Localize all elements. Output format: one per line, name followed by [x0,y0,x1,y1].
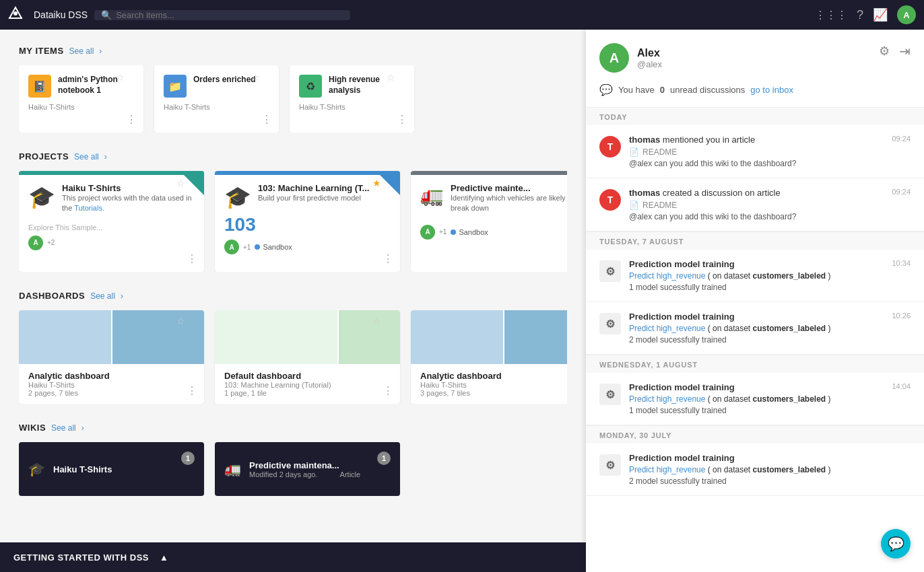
panel-user: A Alex @alex [599,43,662,73]
project-card-body-3: 🚛 Predictive mainte... Identifying which… [411,175,567,248]
dashboards-see-all[interactable]: See all [90,291,115,301]
panel-pred-result-2: 2 model sucessfully trained [629,335,911,345]
wikis-see-all[interactable]: See all [51,423,76,433]
my-items-header: MY ITEMS See all › [19,46,567,56]
project-avatar-a-2: A [224,240,239,254]
wiki-icon-1: 🎓 [28,461,45,477]
panel-pred-link-row-3: Predict high_revenue ( on dataset custom… [629,394,911,404]
wikis-header: WIKIS See all › [19,423,567,433]
pred-link-1[interactable]: Predict high_revenue [629,271,705,281]
item-icon-1: 📓 [28,75,51,98]
wikis-title: WIKIS [19,423,46,433]
user-avatar[interactable]: A [897,5,916,24]
panel-pred-title-4: Prediction model training [629,453,735,463]
panel-pred-link-row-1: Predict high_revenue ( on dataset custom… [629,271,911,281]
panel-pred-title-1: Prediction model training [629,259,735,269]
panel-item-content-2: thomas created a discussion on article 0… [629,188,911,221]
wikis-row: 🎓 Haiku T-Shirts 1 🚛 Predictive maintena… [19,442,567,496]
logout-icon[interactable]: ⇥ [899,43,911,59]
right-panel: A Alex @alex ⚙ ⇥ 💬 You have 0 unread dis… [586,30,924,572]
settings-icon[interactable]: ⚙ [879,44,890,59]
panel-pred-top-4: Prediction model training [629,453,911,463]
pred-link-2[interactable]: Predict high_revenue [629,324,705,333]
star-3[interactable]: ☆ [387,72,395,83]
chat-bubble[interactable]: 💬 [881,529,911,559]
project-card-3[interactable]: ☆ 🚛 Predictive mainte... Identifying whi… [411,171,567,272]
dash-tile-1a [19,310,111,364]
project-desc-1: This project works with the data used in… [62,193,195,214]
project-desc-link-1[interactable]: Tutorials. [74,204,104,212]
wiki-card-2[interactable]: 🚛 Predictive maintena... Modified 2 days… [215,442,400,496]
project-icon-3: 🚛 [420,184,444,207]
project-menu-1[interactable]: ⋮ [187,252,197,265]
panel-pred-top-3: Prediction model training 14:04 [629,382,911,392]
dash-card-2[interactable]: ☆ Default dashboard 103: Machine Learnin… [215,310,400,404]
analytics-icon[interactable]: 📈 [873,7,888,22]
dashboards-arrow: › [121,291,123,301]
search-icon: 🔍 [101,10,112,20]
dash-star-2[interactable]: ☆ [372,316,381,326]
item-subtitle-3: Haiku T-Shirts [299,103,405,111]
wiki-icon-2: 🚛 [224,461,241,477]
dash-body-2: Default dashboard 103: Machine Learning … [215,364,400,404]
dash-tile-2a [215,310,337,364]
project-star-2[interactable]: ★ [372,178,381,188]
panel-avatar-thomas-1: T [599,136,621,157]
wiki-card-1[interactable]: 🎓 Haiku T-Shirts 1 [19,442,204,496]
dash-star-1[interactable]: ☆ [176,316,185,326]
dashboards-title: DASHBOARDS [19,291,85,301]
panel-avatar: A [599,43,629,73]
project-number-2: 103 [224,214,391,236]
star-1[interactable]: ☆ [116,72,125,83]
getting-started-label: GETTING STARTED WITH DSS [13,552,149,563]
pred-link-3[interactable]: Predict high_revenue [629,394,705,404]
panel-item-content-1: thomas mentioned you in article 09:24 📄 … [629,135,911,168]
projects-see-all[interactable]: See all [74,152,99,162]
item-icon-2: 📁 [164,75,187,98]
my-items-row: 📓 admin's Python notebook 1 Haiku T-Shir… [19,65,567,133]
dash-card-3[interactable]: ☆ Analytic dashboard Haiku T-Shirts 3 pa… [411,310,567,404]
dashboards-row: ☆ Analytic dashboard Haiku T-Shirts 2 pa… [19,310,567,404]
search-bar[interactable]: 🔍 [94,10,350,20]
dash-tile-3b [504,310,568,364]
wednesday-header: WEDNESDAY, 1 AUGUST [586,355,924,373]
doc-icon-2: 📄 [629,201,639,210]
pred-link-4[interactable]: Predict high_revenue [629,465,705,474]
menu-3[interactable]: ⋮ [397,113,407,126]
menu-1[interactable]: ⋮ [126,113,137,126]
dash-card-1[interactable]: ☆ Analytic dashboard Haiku T-Shirts 2 pa… [19,310,204,404]
menu-2[interactable]: ⋮ [261,113,272,126]
notice-text: You have [618,85,655,95]
panel-gear-icon-1: ⚙ [599,260,621,282]
project-card-2[interactable]: ★ 🎓 103: Machine Learning (T... Build yo… [215,171,400,272]
project-card-1[interactable]: ☆ 🎓 Haiku T-Shirts This project works wi… [19,171,204,272]
wiki-title-2: Predictive maintena... [249,460,360,470]
dash-title-3: Analytic dashboard [420,371,567,381]
notice-link[interactable]: go to inbox [750,85,793,95]
main-content: MY ITEMS See all › 📓 admin's Python note… [0,30,586,572]
project-env-2: Sandbox [255,243,292,251]
getting-started-bar[interactable]: GETTING STARTED WITH DSS ▲ [0,542,586,572]
panel-gear-icon-3: ⚙ [599,384,621,405]
my-items-see-all[interactable]: See all [69,46,94,56]
project-desc-3: Identifying which vehicles are likely to… [451,193,567,214]
project-star-1[interactable]: ☆ [176,178,185,188]
search-input[interactable] [116,10,343,20]
project-env-3: Sandbox [451,228,488,236]
wikis-arrow: › [81,423,84,433]
star-2[interactable]: ☆ [251,72,260,83]
dash-menu-1[interactable]: ⋮ [187,384,197,397]
help-icon[interactable]: ? [857,8,863,22]
dash-menu-2[interactable]: ⋮ [383,384,393,397]
dash-sub-3: Haiku T-Shirts [420,381,567,389]
my-items-arrow: › [99,46,102,56]
panel-pred-content-1: Prediction model training 10:34 Predict … [629,259,911,292]
dash-info-2: 1 page, 1 tile [224,389,391,397]
panel-header-icons: ⚙ ⇥ [879,43,911,59]
grid-icon[interactable]: ⋮⋮⋮ [815,9,847,22]
item-card-3: ♻ High revenue analysis Haiku T-Shirts ☆… [290,65,414,133]
project-menu-2[interactable]: ⋮ [383,252,393,265]
dash-title-1: Analytic dashboard [28,371,195,381]
dash-sub-1: Haiku T-Shirts [28,381,195,389]
panel-pred-content-3: Prediction model training 14:04 Predict … [629,382,911,415]
